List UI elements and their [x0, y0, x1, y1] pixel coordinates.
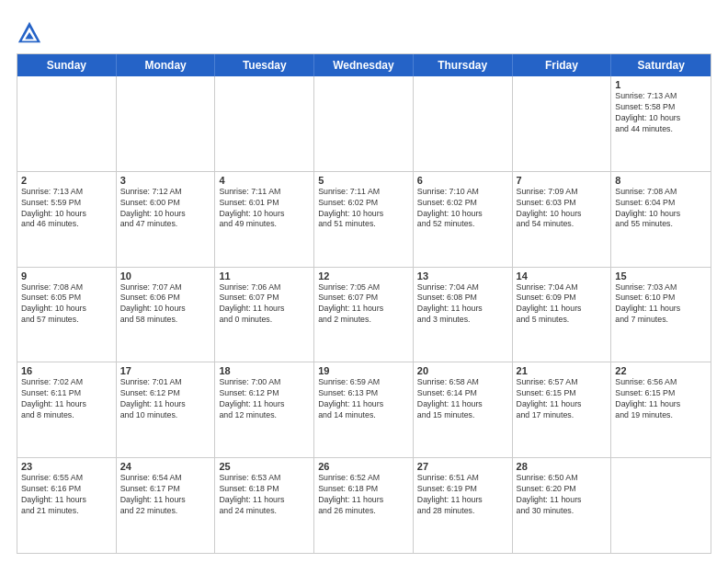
calendar-header: SundayMondayTuesdayWednesdayThursdayFrid… — [17, 54, 711, 76]
calendar-cell-32: 26Sunrise: 6:52 AM Sunset: 6:18 PM Dayli… — [314, 458, 414, 553]
calendar-body: 1Sunrise: 7:13 AM Sunset: 5:58 PM Daylig… — [17, 76, 711, 553]
cell-info: Sunrise: 7:07 AM Sunset: 6:06 PM Dayligh… — [120, 282, 211, 327]
calendar-cell-2 — [117, 76, 216, 171]
calendar-row-4: 16Sunrise: 7:02 AM Sunset: 6:11 PM Dayli… — [17, 362, 711, 458]
calendar-cell-26: 20Sunrise: 6:58 AM Sunset: 6:14 PM Dayli… — [414, 362, 513, 457]
calendar-cell-29: 23Sunrise: 6:55 AM Sunset: 6:16 PM Dayli… — [17, 458, 117, 553]
calendar-cell-19: 13Sunrise: 7:04 AM Sunset: 6:08 PM Dayli… — [414, 268, 513, 362]
calendar-cell-18: 12Sunrise: 7:05 AM Sunset: 6:07 PM Dayli… — [314, 268, 414, 362]
cell-info: Sunrise: 7:06 AM Sunset: 6:07 PM Dayligh… — [219, 282, 310, 327]
cell-info: Sunrise: 6:54 AM Sunset: 6:17 PM Dayligh… — [120, 473, 211, 517]
day-number: 24 — [120, 461, 211, 472]
day-number: 19 — [318, 365, 409, 376]
day-number: 17 — [120, 365, 211, 376]
cell-info: Sunrise: 6:59 AM Sunset: 6:13 PM Dayligh… — [318, 377, 409, 421]
header-day-wednesday: Wednesday — [314, 54, 414, 76]
calendar-cell-30: 24Sunrise: 6:54 AM Sunset: 6:17 PM Dayli… — [117, 458, 216, 553]
calendar-cell-22: 16Sunrise: 7:02 AM Sunset: 6:11 PM Dayli… — [17, 362, 117, 457]
calendar: SundayMondayTuesdayWednesdayThursdayFrid… — [17, 53, 711, 554]
calendar-cell-25: 19Sunrise: 6:59 AM Sunset: 6:13 PM Dayli… — [314, 362, 414, 457]
calendar-cell-16: 10Sunrise: 7:07 AM Sunset: 6:06 PM Dayli… — [117, 268, 216, 362]
logo-icon — [17, 20, 42, 46]
day-number: 13 — [417, 270, 508, 282]
day-number: 11 — [219, 270, 310, 282]
day-number: 1 — [615, 79, 707, 90]
cell-info: Sunrise: 7:02 AM Sunset: 6:11 PM Dayligh… — [21, 377, 112, 421]
calendar-cell-6 — [513, 76, 612, 171]
cell-info: Sunrise: 7:11 AM Sunset: 6:02 PM Dayligh… — [318, 187, 409, 231]
calendar-row-2: 2Sunrise: 7:13 AM Sunset: 5:59 PM Daylig… — [17, 172, 711, 268]
calendar-cell-8: 2Sunrise: 7:13 AM Sunset: 5:59 PM Daylig… — [17, 172, 117, 267]
calendar-cell-17: 11Sunrise: 7:06 AM Sunset: 6:07 PM Dayli… — [215, 268, 314, 362]
cell-info: Sunrise: 7:05 AM Sunset: 6:07 PM Dayligh… — [318, 282, 409, 327]
day-number: 21 — [517, 365, 608, 376]
calendar-cell-12: 6Sunrise: 7:10 AM Sunset: 6:02 PM Daylig… — [414, 172, 513, 267]
cell-info: Sunrise: 7:08 AM Sunset: 6:05 PM Dayligh… — [21, 282, 112, 327]
cell-info: Sunrise: 6:58 AM Sunset: 6:14 PM Dayligh… — [417, 377, 508, 421]
calendar-cell-9: 3Sunrise: 7:12 AM Sunset: 6:00 PM Daylig… — [117, 172, 216, 267]
day-number: 6 — [417, 175, 508, 186]
day-number: 4 — [219, 175, 310, 186]
calendar-cell-35 — [611, 458, 711, 553]
calendar-cell-3 — [215, 76, 314, 171]
calendar-cell-28: 22Sunrise: 6:56 AM Sunset: 6:15 PM Dayli… — [611, 362, 711, 457]
header-day-tuesday: Tuesday — [215, 54, 314, 76]
day-number: 12 — [318, 270, 409, 282]
day-number: 23 — [21, 461, 112, 472]
calendar-cell-4 — [314, 76, 414, 171]
day-number: 28 — [517, 461, 608, 472]
calendar-cell-34: 28Sunrise: 6:50 AM Sunset: 6:20 PM Dayli… — [513, 458, 612, 553]
cell-info: Sunrise: 7:00 AM Sunset: 6:12 PM Dayligh… — [219, 377, 310, 421]
header-day-monday: Monday — [117, 54, 216, 76]
calendar-cell-5 — [414, 76, 513, 171]
calendar-cell-21: 15Sunrise: 7:03 AM Sunset: 6:10 PM Dayli… — [611, 268, 711, 362]
calendar-cell-14: 8Sunrise: 7:08 AM Sunset: 6:04 PM Daylig… — [611, 172, 711, 267]
cell-info: Sunrise: 7:08 AM Sunset: 6:04 PM Dayligh… — [615, 187, 707, 231]
cell-info: Sunrise: 7:12 AM Sunset: 6:00 PM Dayligh… — [120, 187, 211, 231]
calendar-cell-7: 1Sunrise: 7:13 AM Sunset: 5:58 PM Daylig… — [611, 76, 711, 171]
calendar-cell-33: 27Sunrise: 6:51 AM Sunset: 6:19 PM Dayli… — [414, 458, 513, 553]
day-number: 16 — [21, 365, 112, 376]
cell-info: Sunrise: 7:13 AM Sunset: 5:59 PM Dayligh… — [21, 187, 112, 231]
day-number: 5 — [318, 175, 409, 186]
calendar-cell-15: 9Sunrise: 7:08 AM Sunset: 6:05 PM Daylig… — [17, 268, 117, 362]
calendar-cell-31: 25Sunrise: 6:53 AM Sunset: 6:18 PM Dayli… — [215, 458, 314, 553]
day-number: 10 — [120, 270, 211, 282]
cell-info: Sunrise: 7:10 AM Sunset: 6:02 PM Dayligh… — [417, 187, 508, 231]
header — [17, 17, 711, 46]
logo — [17, 20, 44, 46]
cell-info: Sunrise: 6:55 AM Sunset: 6:16 PM Dayligh… — [21, 473, 112, 517]
day-number: 14 — [517, 270, 608, 282]
cell-info: Sunrise: 6:56 AM Sunset: 6:15 PM Dayligh… — [615, 377, 707, 421]
header-day-sunday: Sunday — [17, 54, 117, 76]
cell-info: Sunrise: 6:50 AM Sunset: 6:20 PM Dayligh… — [517, 473, 608, 517]
calendar-cell-23: 17Sunrise: 7:01 AM Sunset: 6:12 PM Dayli… — [117, 362, 216, 457]
page: SundayMondayTuesdayWednesdayThursdayFrid… — [0, 0, 728, 563]
cell-info: Sunrise: 7:09 AM Sunset: 6:03 PM Dayligh… — [517, 187, 608, 231]
day-number: 2 — [21, 175, 112, 186]
day-number: 27 — [417, 461, 508, 472]
day-number: 25 — [219, 461, 310, 472]
day-number: 22 — [615, 365, 707, 376]
calendar-row-5: 23Sunrise: 6:55 AM Sunset: 6:16 PM Dayli… — [17, 458, 711, 553]
cell-info: Sunrise: 7:04 AM Sunset: 6:08 PM Dayligh… — [417, 282, 508, 327]
calendar-cell-20: 14Sunrise: 7:04 AM Sunset: 6:09 PM Dayli… — [513, 268, 612, 362]
day-number: 20 — [417, 365, 508, 376]
header-day-friday: Friday — [513, 54, 612, 76]
day-number: 26 — [318, 461, 409, 472]
calendar-cell-11: 5Sunrise: 7:11 AM Sunset: 6:02 PM Daylig… — [314, 172, 414, 267]
day-number: 9 — [21, 270, 112, 282]
day-number: 3 — [120, 175, 211, 186]
cell-info: Sunrise: 6:51 AM Sunset: 6:19 PM Dayligh… — [417, 473, 508, 517]
calendar-cell-10: 4Sunrise: 7:11 AM Sunset: 6:01 PM Daylig… — [215, 172, 314, 267]
cell-info: Sunrise: 6:52 AM Sunset: 6:18 PM Dayligh… — [318, 473, 409, 517]
cell-info: Sunrise: 7:04 AM Sunset: 6:09 PM Dayligh… — [517, 282, 608, 327]
calendar-row-3: 9Sunrise: 7:08 AM Sunset: 6:05 PM Daylig… — [17, 268, 711, 363]
calendar-cell-24: 18Sunrise: 7:00 AM Sunset: 6:12 PM Dayli… — [215, 362, 314, 457]
cell-info: Sunrise: 7:03 AM Sunset: 6:10 PM Dayligh… — [615, 282, 707, 327]
calendar-row-1: 1Sunrise: 7:13 AM Sunset: 5:58 PM Daylig… — [17, 76, 711, 172]
cell-info: Sunrise: 7:11 AM Sunset: 6:01 PM Dayligh… — [219, 187, 310, 231]
cell-info: Sunrise: 6:57 AM Sunset: 6:15 PM Dayligh… — [517, 377, 608, 421]
calendar-cell-13: 7Sunrise: 7:09 AM Sunset: 6:03 PM Daylig… — [513, 172, 612, 267]
header-day-saturday: Saturday — [611, 54, 711, 76]
